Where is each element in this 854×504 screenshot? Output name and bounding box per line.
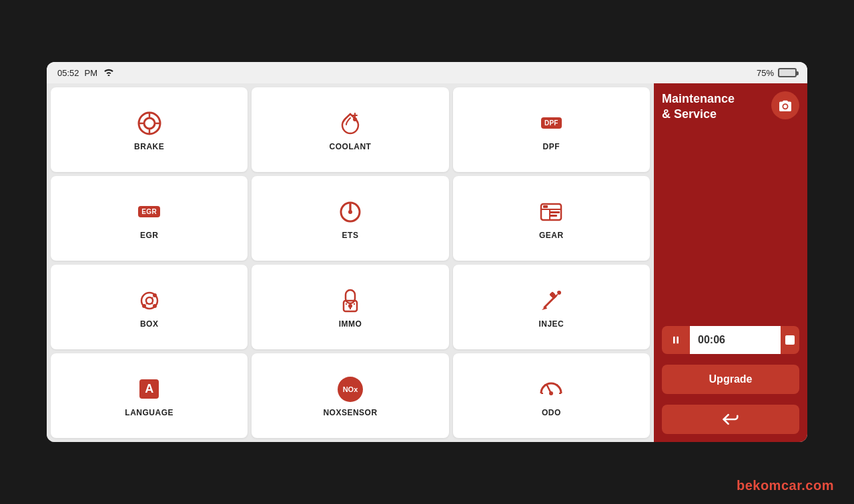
wifi-icon: [103, 67, 115, 78]
odo-icon: [536, 375, 566, 404]
timer-display: 00:06: [690, 326, 781, 354]
battery-icon: [778, 68, 797, 77]
language-label: LANGUAGE: [125, 408, 173, 417]
svg-point-19: [153, 304, 157, 308]
language-item[interactable]: A LANGUAGE: [51, 353, 248, 438]
upgrade-button[interactable]: Upgrade: [662, 365, 799, 394]
coolant-icon: [336, 109, 365, 138]
nox-label: NOXSENSOR: [323, 408, 377, 417]
gear-label: GEAR: [539, 231, 564, 240]
immo-item[interactable]: IMMO: [252, 265, 448, 349]
svg-rect-42: [677, 337, 679, 344]
injec-label: INJEC: [538, 319, 564, 329]
egr-item[interactable]: EGR EGR: [51, 176, 248, 261]
svg-point-0: [108, 75, 110, 76]
ets-label: ETS: [342, 231, 359, 240]
brake-label: BRAKE: [134, 142, 164, 151]
nox-item[interactable]: NOx NOXSENSOR: [252, 353, 448, 438]
svg-rect-12: [543, 205, 548, 208]
svg-line-20: [151, 297, 153, 299]
branding-highlight: bekom: [737, 478, 781, 493]
odo-label: ODO: [542, 408, 561, 417]
egr-icon: EGR: [135, 197, 164, 227]
odo-item[interactable]: ODO: [453, 353, 650, 438]
svg-point-8: [348, 210, 352, 214]
nox-badge: NOx: [338, 377, 363, 402]
brake-item[interactable]: BRAKE: [51, 87, 248, 172]
dpf-icon: DPF: [536, 109, 566, 138]
coolant-item[interactable]: COOLANT: [252, 87, 448, 172]
main-content: BRAKE COOLANT: [47, 83, 807, 442]
dpf-item[interactable]: DPF DPF: [453, 87, 650, 172]
svg-rect-14: [549, 215, 557, 217]
svg-point-17: [153, 293, 157, 297]
language-icon: A: [135, 375, 164, 404]
status-left: 05:52 PM: [57, 67, 115, 78]
branding-domain: car.com: [781, 478, 834, 493]
immo-icon: [336, 286, 365, 315]
camera-button[interactable]: [771, 91, 799, 119]
svg-rect-13: [549, 211, 560, 213]
stop-button[interactable]: [781, 326, 799, 354]
stop-square: [785, 335, 795, 345]
sidebar-header: Maintenance & Service: [662, 91, 799, 123]
sidebar-title: Maintenance & Service: [662, 91, 735, 123]
branding: bekomcar.com: [737, 478, 834, 493]
battery-percent: 75%: [757, 68, 774, 78]
svg-point-34: [549, 391, 553, 395]
injec-icon: [536, 286, 566, 315]
gear-item[interactable]: GEAR: [453, 176, 650, 261]
svg-line-38: [556, 385, 558, 385]
ets-icon: [336, 197, 365, 227]
language-badge: A: [139, 379, 159, 399]
gear-icon: [536, 197, 566, 227]
device-frame: 05:52 PM 75%: [47, 62, 807, 442]
back-button[interactable]: [662, 405, 799, 434]
status-right: 75%: [757, 68, 797, 78]
sidebar: Maintenance & Service: [654, 83, 807, 442]
svg-line-21: [146, 303, 147, 304]
box-item[interactable]: BOX: [51, 265, 248, 349]
svg-line-22: [151, 303, 153, 304]
time-period: PM: [85, 68, 98, 78]
brake-icon: [135, 109, 164, 138]
ets-item[interactable]: ETS: [252, 176, 448, 261]
injec-item[interactable]: INJEC: [453, 265, 650, 349]
egr-label: EGR: [140, 231, 159, 240]
egr-badge: EGR: [138, 206, 160, 217]
immo-label: IMMO: [339, 319, 362, 329]
svg-rect-41: [673, 337, 675, 344]
box-label: BOX: [140, 319, 159, 329]
pause-button[interactable]: [662, 326, 690, 354]
coolant-label: COOLANT: [330, 142, 372, 151]
dpf-badge: DPF: [541, 117, 562, 129]
svg-point-2: [144, 118, 155, 129]
svg-point-40: [783, 105, 787, 108]
timer-row: 00:06: [662, 326, 799, 354]
dpf-label: DPF: [543, 142, 560, 151]
box-icon: [135, 286, 164, 315]
service-grid: BRAKE COOLANT: [47, 83, 654, 442]
svg-point-18: [142, 304, 146, 308]
nox-icon: NOx: [336, 375, 365, 404]
svg-line-39: [544, 385, 546, 385]
time-display: 05:52: [57, 68, 79, 78]
status-bar: 05:52 PM 75%: [47, 62, 807, 83]
